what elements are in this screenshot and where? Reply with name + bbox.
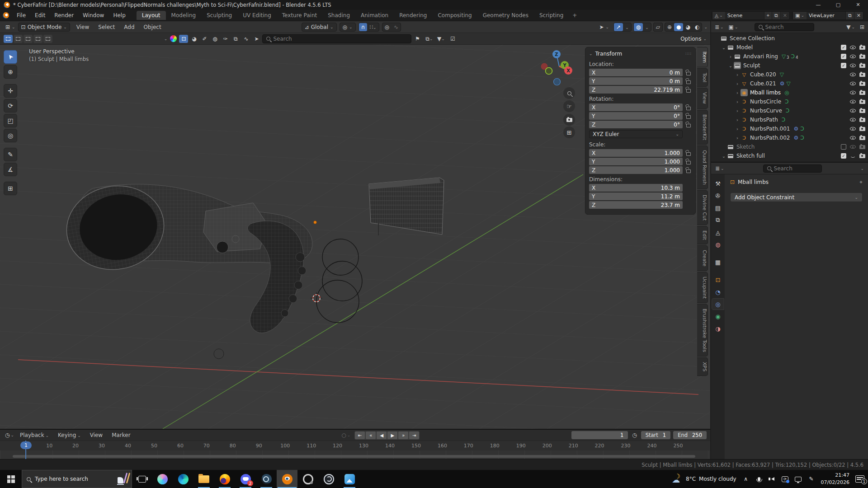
- start-button[interactable]: [0, 470, 22, 488]
- duplicate-pages-icon[interactable]: ⧉: [231, 35, 240, 43]
- shading-dropdown[interactable]: ⌄: [704, 25, 708, 29]
- minimize-button[interactable]: —: [808, 0, 828, 10]
- taskbar-app-blender[interactable]: [277, 470, 297, 488]
- expand-icon[interactable]: ›: [734, 108, 741, 113]
- sidebar-tab-brushstroke-tools[interactable]: Brushstroke Tools: [697, 304, 708, 357]
- shading-rendered-button[interactable]: ◐: [693, 23, 702, 31]
- dimensions-y-field[interactable]: Y11.2 m: [589, 192, 683, 200]
- taskbar-app-discord[interactable]: 2: [235, 470, 256, 488]
- blender-menu-icon[interactable]: [3, 12, 9, 19]
- outliner-row-sketch-full[interactable]: ⌄Sketch full✓: [711, 151, 868, 160]
- snap-toggle[interactable]: ∩: [359, 23, 368, 31]
- lock-icon[interactable]: [686, 161, 691, 164]
- scene-browse-button[interactable]: ◬⌄: [712, 12, 725, 19]
- hide-eye-icon[interactable]: [850, 73, 856, 76]
- expand-icon[interactable]: ›: [734, 99, 741, 104]
- select-mode-extend[interactable]: [14, 35, 23, 43]
- menu-timeline-view[interactable]: View: [85, 431, 107, 440]
- hide-eye-icon[interactable]: [850, 118, 856, 122]
- sidebar-tab-tool[interactable]: Tool: [697, 68, 708, 87]
- expand-icon[interactable]: ›: [734, 90, 741, 95]
- gizmo-visibility-dropdown[interactable]: ➤⌄: [596, 23, 612, 31]
- tool-cursor-button[interactable]: ⊕: [4, 65, 17, 79]
- exclude-checkbox[interactable]: [841, 144, 846, 150]
- rotation-z-field[interactable]: Z0°: [589, 121, 683, 128]
- xray-toggle[interactable]: ▱: [653, 23, 663, 32]
- hide-eye-icon[interactable]: [850, 145, 856, 149]
- scene-name[interactable]: Scene: [725, 12, 764, 19]
- scene-new-button[interactable]: ⧉: [772, 12, 780, 19]
- outliner-row-nurbscurve[interactable]: ›ƆNurbsCurveƆ: [711, 106, 868, 115]
- workspace-tab-uv-editing[interactable]: UV Editing: [237, 11, 277, 20]
- outliner-search-input[interactable]: [765, 24, 810, 30]
- overlays-toggle[interactable]: ◍: [634, 23, 643, 31]
- tool-rotate-button[interactable]: ⟳: [4, 99, 17, 113]
- lock-icon[interactable]: [686, 80, 691, 84]
- hide-eye-icon[interactable]: [850, 64, 856, 67]
- taskbar-app-copilot[interactable]: [152, 470, 173, 488]
- select-mode-subtract[interactable]: [24, 35, 33, 43]
- properties-tab-collection[interactable]: ▦: [712, 257, 724, 267]
- pointer-hand-icon[interactable]: ➤: [252, 35, 261, 43]
- outliner-row-cube-020[interactable]: ›▽Cube.020▽: [711, 70, 868, 79]
- orthographic-button[interactable]: ⊞: [563, 127, 575, 138]
- frame-start-field[interactable]: Start1: [641, 431, 670, 439]
- tool-measure-button[interactable]: ∡: [4, 163, 17, 176]
- grease-pencil-icon[interactable]: ✐: [200, 35, 209, 43]
- menu-main-file[interactable]: File: [12, 11, 30, 20]
- tray-pen-icon[interactable]: ✎: [808, 475, 815, 483]
- workspace-tab-modeling[interactable]: Modeling: [166, 11, 202, 20]
- render-camera-icon[interactable]: [859, 118, 865, 122]
- brush-icon[interactable]: ✑: [221, 35, 230, 43]
- menu-timeline-marker[interactable]: Marker: [107, 431, 135, 440]
- add-object-constraint-button[interactable]: Add Object Constraint ⌄: [730, 192, 863, 202]
- properties-options-dropdown[interactable]: ⌄: [859, 166, 865, 171]
- location-y-field[interactable]: Y0 m: [589, 77, 683, 85]
- curve-falloff-icon[interactable]: ∿: [241, 35, 250, 43]
- lock-icon[interactable]: [686, 169, 691, 173]
- current-frame-marker[interactable]: 1: [20, 441, 32, 449]
- overlays-dropdown[interactable]: ⌄: [643, 23, 651, 31]
- properties-tab-object[interactable]: ⊡: [712, 274, 724, 285]
- viewlayer-name[interactable]: ViewLayer: [807, 12, 845, 19]
- outliner-row-scene-collection[interactable]: Scene Collection: [711, 34, 868, 43]
- expand-icon[interactable]: ⌄: [721, 154, 727, 159]
- sidebar-tab-xps[interactable]: XPS: [697, 357, 708, 376]
- gizmo-dropdown[interactable]: ⌄: [623, 23, 631, 31]
- menu-viewport-view[interactable]: View: [72, 23, 94, 32]
- rotation-y-field[interactable]: Y0°: [589, 112, 683, 120]
- menu-main-render[interactable]: Render: [50, 11, 78, 20]
- filter-funnel-icon[interactable]: ▼⌄: [436, 35, 445, 43]
- auto-keying-toggle[interactable]: ○⌄: [340, 432, 352, 439]
- menu-timeline-playback[interactable]: Playback ⌄: [15, 431, 53, 440]
- menu-main-window[interactable]: Window: [78, 11, 108, 20]
- properties-tab-scene[interactable]: ◬: [712, 227, 724, 238]
- expand-icon[interactable]: ›: [727, 54, 734, 59]
- lock-icon[interactable]: [686, 72, 691, 75]
- tray-microphone-icon[interactable]: [755, 475, 763, 483]
- scale-y-field[interactable]: Y1.000: [589, 158, 683, 165]
- tool-move-button[interactable]: ✛: [4, 84, 17, 98]
- render-camera-icon[interactable]: [859, 64, 865, 68]
- taskbar-search[interactable]: Type here to search: [22, 470, 132, 488]
- taskbar-app-edge[interactable]: [173, 470, 193, 488]
- sidebar-tab-view[interactable]: View: [697, 88, 708, 108]
- viewlayer-browse-button[interactable]: ▣⌄: [793, 12, 807, 19]
- outliner-row-sketch[interactable]: Sketch: [711, 142, 868, 151]
- collapse-icon[interactable]: ⌄: [589, 52, 593, 56]
- properties-tab-tool[interactable]: ⚒: [712, 178, 724, 189]
- show-gizmo-toggle[interactable]: ↗: [614, 23, 623, 31]
- menu-viewport-object[interactable]: Object: [139, 23, 166, 32]
- exclude-checkbox[interactable]: ✓: [841, 45, 846, 50]
- jump-end-button[interactable]: ⇥: [409, 432, 419, 439]
- outliner-search[interactable]: [755, 23, 814, 31]
- properties-tab-material[interactable]: ◑: [712, 323, 724, 334]
- shield-check-icon[interactable]: ☑: [448, 35, 457, 43]
- taskbar-app-photos[interactable]: [339, 470, 360, 488]
- viewport-canvas[interactable]: Z Y X User Perspective (1) Sculpt | Mbal…: [0, 45, 710, 429]
- sidebar-tab-quad-remesh[interactable]: Quad Remesh: [697, 145, 708, 189]
- timeline-ruler[interactable]: 1020304050607080901001101201301401501601…: [0, 441, 710, 450]
- exclude-checkbox[interactable]: ✓: [841, 54, 846, 59]
- tool-transform-button[interactable]: ◎: [4, 129, 17, 142]
- proportional-falloff[interactable]: ∿: [392, 23, 401, 31]
